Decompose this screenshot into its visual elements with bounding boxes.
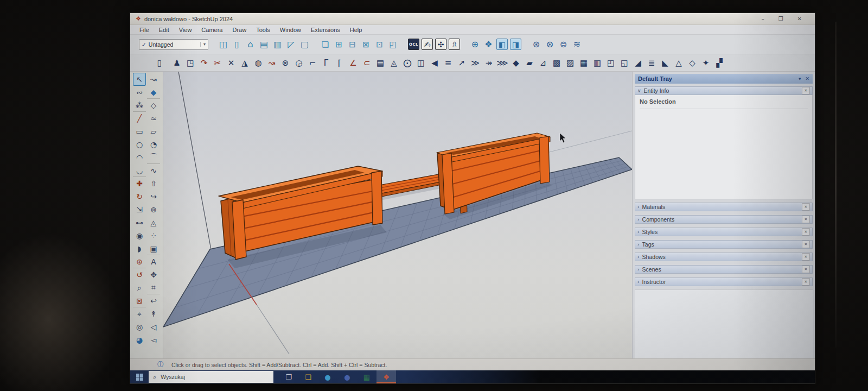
close-icon[interactable]: ✕ (802, 266, 810, 273)
offset-tool[interactable]: ⊚ (147, 203, 160, 216)
pie-tool[interactable]: ◔ (147, 138, 160, 151)
plugin-tool-04[interactable]: ✕ (227, 57, 235, 69)
sketchup-button[interactable]: ❖ (376, 370, 396, 383)
zoom-extents-tool[interactable]: ⊠ (133, 294, 146, 307)
plugin-tool-36[interactable]: ◣ (661, 57, 669, 69)
crosshair-icon[interactable]: ⊕ (469, 39, 481, 50)
circle-tool[interactable]: ○ (133, 138, 146, 151)
plugin-tool-16[interactable]: ◬ (390, 57, 398, 69)
axes-tool[interactable]: ⊕ (133, 255, 146, 268)
close-icon[interactable]: ✕ (802, 216, 810, 223)
tray-section-styles[interactable]: › Styles ✕ (635, 228, 813, 236)
orbit-tool[interactable]: ↺ (133, 268, 146, 281)
section-fill-tool[interactable]: ◁ (147, 320, 160, 333)
menu-draw[interactable]: Draw (227, 27, 251, 33)
zoom-window-tool[interactable]: ⌗ (147, 281, 160, 294)
plugin-tool-30[interactable]: ▦ (579, 57, 588, 69)
three-point-arc-tool[interactable]: ◡ (133, 164, 146, 177)
info-icon[interactable]: ⓘ (157, 360, 164, 369)
close-icon[interactable]: ✕ (802, 203, 810, 211)
stack-icon[interactable]: ⊜ (558, 39, 569, 50)
zigzag-icon[interactable]: ≋ (571, 39, 583, 50)
plugin-tool-24[interactable]: ⋙ (498, 57, 507, 69)
panel-shape-icon[interactable]: ▯ (231, 39, 242, 50)
bezier-arc-tool[interactable]: ∿ (147, 164, 160, 177)
plugin-tool-11[interactable]: Γ (322, 57, 330, 69)
plugin-tool-19[interactable]: ◀ (430, 57, 439, 69)
move-tool[interactable]: ✚ (133, 177, 146, 190)
union-icon[interactable]: ⊟ (347, 39, 358, 50)
plugin-tool-07[interactable]: ↝ (267, 57, 276, 69)
plugin-tool-25[interactable]: ◆ (512, 57, 520, 69)
menu-view[interactable]: View (174, 27, 197, 33)
3d-text-tool[interactable]: A (147, 255, 160, 268)
export-model-icon[interactable]: ⇫ (449, 39, 460, 50)
taskbar-search[interactable]: ⌕ Wyszukaj (149, 371, 273, 383)
scale-tool[interactable]: ⇲ (133, 203, 146, 216)
plugin-tool-35[interactable]: ≣ (647, 57, 656, 69)
plugin-tool-10[interactable]: ⌐ (308, 57, 317, 69)
plugin-tool-01[interactable]: ◳ (186, 57, 195, 69)
menu-file[interactable]: File (135, 27, 154, 33)
person-icon[interactable]: ♟ (173, 57, 181, 69)
plugin-tool-28[interactable]: ▩ (552, 57, 561, 69)
sketch-hand-icon[interactable]: ✍ (422, 39, 433, 50)
follow-me-tool[interactable]: ↪ (147, 190, 160, 203)
new-file-icon[interactable]: ▯ (155, 57, 164, 69)
plugin-tool-02[interactable]: ↷ (200, 57, 208, 69)
move-axes-icon[interactable]: ✣ (435, 39, 446, 50)
close-icon[interactable]: ✕ (802, 228, 810, 236)
plugin-tool-20[interactable]: ≡ (444, 57, 452, 69)
ocl-badge-icon[interactable]: OCL (408, 39, 419, 50)
plugin-tool-33[interactable]: ◱ (620, 57, 629, 69)
house-shape-icon[interactable]: ⌂ (245, 39, 256, 50)
plugin-tool-37[interactable]: △ (674, 57, 683, 69)
teams-button[interactable]: ● (337, 370, 357, 383)
plugin-tool-05[interactable]: ◮ (240, 57, 249, 69)
plugin-tool-32[interactable]: ◰ (607, 57, 615, 69)
plugin-tool-39[interactable]: ✦ (701, 57, 710, 69)
tray-section-tags[interactable]: › Tags ✕ (635, 240, 813, 249)
close-icon[interactable]: ✕ (802, 253, 810, 261)
plugin-tool-21[interactable]: ↗ (457, 57, 466, 69)
section-plane-tool[interactable]: ◗ (133, 242, 146, 255)
cube-right-icon[interactable]: ◨ (510, 39, 521, 50)
frame-shape-icon[interactable]: ▢ (299, 39, 310, 50)
eraser-tool[interactable]: ◆ (147, 86, 160, 99)
hide-rest-tool[interactable]: ◅ (147, 333, 160, 346)
plugin-tool-17[interactable]: ⨀ (403, 57, 412, 69)
tray-section-scenes[interactable]: › Scenes ✕ (635, 265, 813, 274)
cube-tool-icon[interactable]: ❖ (483, 39, 494, 50)
plugin-tool-34[interactable]: ◢ (634, 57, 642, 69)
close-button[interactable]: ✕ (797, 16, 802, 22)
rotated-rectangle-tool[interactable]: ▱ (147, 125, 160, 138)
minimize-button[interactable]: – (762, 16, 764, 22)
menu-help[interactable]: Help (345, 27, 367, 33)
plugin-tool-22[interactable]: ≫ (471, 57, 480, 69)
spiral-b-icon[interactable]: ⊛ (544, 39, 556, 50)
viewport-canvas[interactable] (163, 72, 632, 358)
position-camera-tool[interactable]: ⌖ (133, 307, 146, 320)
freehand-tool[interactable]: ≈ (147, 112, 160, 125)
rectangle-tool[interactable]: ▭ (133, 125, 146, 138)
close-icon[interactable]: ✕ (802, 241, 810, 248)
dimension-tool[interactable]: ◉ (133, 229, 146, 242)
rotate-tool[interactable]: ↻ (133, 190, 146, 203)
cabinet-shape-icon[interactable]: ▤ (258, 39, 270, 50)
close-icon[interactable]: ✕ (802, 87, 810, 94)
eye-tool[interactable]: ◕ (133, 333, 146, 346)
plugin-tool-23[interactable]: ↠ (484, 57, 493, 69)
polygon-tool[interactable]: ◇ (147, 99, 160, 112)
drawer-shape-icon[interactable]: ▥ (272, 39, 283, 50)
wedge-shape-icon[interactable]: ◸ (285, 39, 297, 50)
file-explorer-button[interactable]: ❏ (298, 370, 318, 383)
subtract-icon[interactable]: ⊠ (360, 39, 372, 50)
plugin-tool-06[interactable]: ◍ (254, 57, 263, 69)
cube-left-icon[interactable]: ◧ (496, 39, 508, 50)
push-pull-tool[interactable]: ⇧ (147, 177, 160, 190)
menu-window[interactable]: Window (275, 27, 306, 33)
menu-extensions[interactable]: Extensions (306, 27, 345, 33)
line-tool[interactable]: ╱ (133, 112, 146, 125)
previous-view-tool[interactable]: ↩ (147, 294, 160, 307)
protractor-tool[interactable]: ◬ (147, 216, 160, 229)
